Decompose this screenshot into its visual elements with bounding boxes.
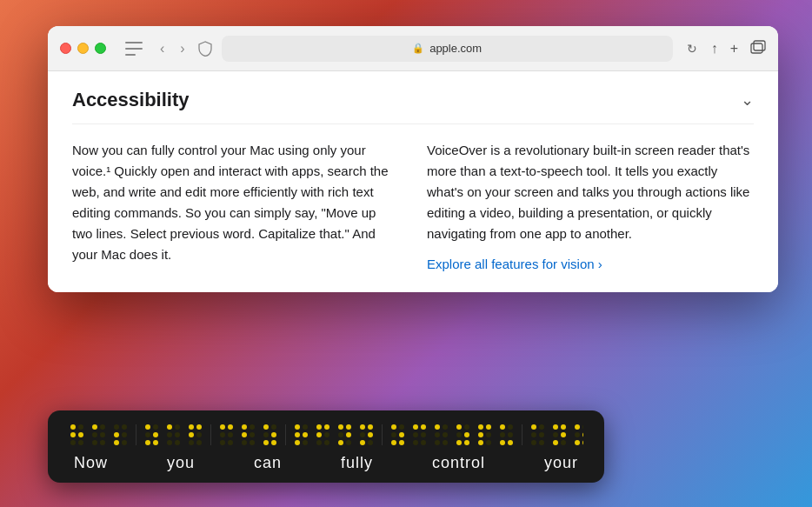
braille-cell bbox=[315, 423, 331, 447]
braille-cell bbox=[112, 423, 129, 447]
braille-cell bbox=[90, 423, 107, 447]
section-header: Accessibility ⌄ bbox=[72, 89, 754, 124]
braille-cell bbox=[433, 423, 449, 447]
url-text: apple.com bbox=[429, 42, 482, 55]
braille-cell bbox=[573, 423, 583, 447]
braille-display: // We'll render this via JS below Nowyou… bbox=[48, 410, 604, 483]
two-column-layout: Now you can fully control your Mac using… bbox=[72, 140, 754, 271]
back-button[interactable]: ‹ bbox=[156, 39, 168, 58]
braille-word-label: can bbox=[254, 454, 282, 472]
page-content: Accessibility ⌄ Now you can fully contro… bbox=[48, 71, 778, 292]
left-column-text: Now you can fully control your Mac using… bbox=[72, 140, 399, 271]
minimize-button[interactable] bbox=[77, 43, 89, 54]
braille-cell bbox=[529, 423, 546, 447]
braille-cell bbox=[69, 423, 85, 447]
forward-button[interactable]: › bbox=[176, 39, 188, 58]
braille-cell bbox=[476, 423, 493, 447]
reload-button[interactable]: ↻ bbox=[687, 42, 697, 56]
braille-word-label: you bbox=[167, 454, 195, 472]
traffic-lights bbox=[60, 43, 106, 54]
braille-cell bbox=[336, 423, 353, 447]
braille-word-label: fully bbox=[341, 454, 373, 472]
braille-cell bbox=[389, 423, 406, 447]
address-bar[interactable]: 🔒 apple.com bbox=[222, 36, 673, 62]
braille-word-label: control bbox=[432, 454, 485, 472]
braille-cell bbox=[165, 423, 182, 447]
shield-icon bbox=[197, 41, 213, 57]
maximize-button[interactable] bbox=[95, 43, 106, 54]
browser-window: ‹ › 🔒 apple.com ↻ ↑ + bbox=[48, 26, 778, 292]
braille-word-label: Now bbox=[74, 454, 108, 472]
share-button[interactable]: ↑ bbox=[711, 41, 718, 57]
close-button[interactable] bbox=[60, 43, 71, 54]
titlebar: ‹ › 🔒 apple.com ↻ ↑ + bbox=[48, 26, 778, 71]
lock-icon: 🔒 bbox=[412, 43, 424, 54]
section-title: Accessibility bbox=[72, 89, 190, 111]
svg-rect-1 bbox=[754, 41, 765, 50]
braille-cell bbox=[187, 423, 203, 447]
svg-rect-0 bbox=[751, 43, 762, 53]
braille-cell bbox=[358, 423, 375, 447]
explore-vision-link[interactable]: Explore all features for vision › bbox=[427, 257, 754, 271]
braille-cell bbox=[143, 423, 160, 447]
braille-cell bbox=[551, 423, 568, 447]
collapse-button[interactable]: ⌄ bbox=[741, 90, 754, 110]
braille-cell bbox=[240, 423, 256, 447]
braille-cell bbox=[411, 423, 428, 447]
toolbar-actions: ↑ + bbox=[711, 40, 766, 57]
braille-word-label: your bbox=[544, 454, 578, 472]
tabs-button[interactable] bbox=[750, 40, 766, 57]
braille-cell bbox=[262, 423, 278, 447]
braille-cell bbox=[455, 423, 471, 447]
braille-cell bbox=[498, 423, 515, 447]
braille-words-row: Nowyoucanfullycontrolyour bbox=[65, 454, 587, 472]
braille-cell bbox=[218, 423, 235, 447]
braille-dots-area: // We'll render this via JS below bbox=[65, 423, 587, 447]
right-column-text: VoiceOver is a revolutionary built-in sc… bbox=[427, 140, 754, 244]
sidebar-toggle-button[interactable] bbox=[125, 42, 143, 56]
braille-cell bbox=[293, 423, 309, 447]
right-column: VoiceOver is a revolutionary built-in sc… bbox=[427, 140, 754, 271]
new-tab-button[interactable]: + bbox=[730, 41, 738, 57]
